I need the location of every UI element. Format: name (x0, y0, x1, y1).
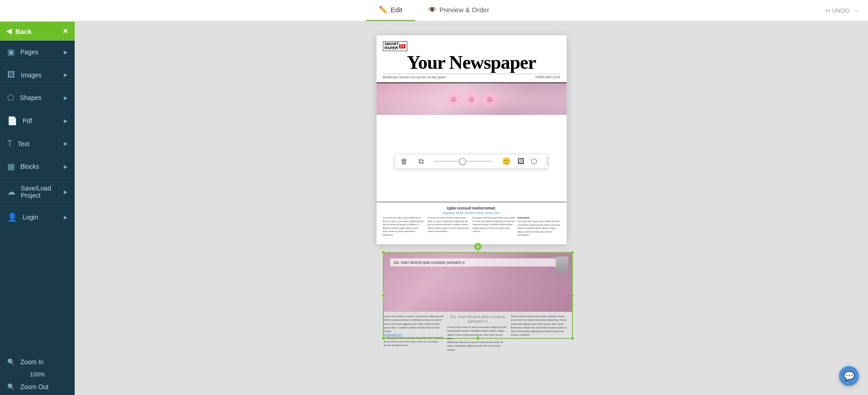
bottom-col4-title: nmmspur (517, 216, 560, 219)
bottom-col4-text: Duis aute irure lorem ipsum dolor sit am… (517, 220, 560, 237)
content-col-2: Ga. Nam facerat quia cumquis pensatro o … (447, 314, 508, 352)
resize-handle-bottom-right[interactable] (570, 336, 574, 340)
resize-handle-bottom-center[interactable] (476, 336, 480, 340)
newspaper-preview: SMARTPAPER 24 Your Newspaper Beatempe ri… (377, 35, 567, 244)
resize-handle-bottom-left[interactable] (382, 336, 386, 340)
logo-number: 24 (399, 44, 405, 48)
opacity-slider[interactable] (434, 161, 492, 162)
col2-text-2: Beatempe ribuste eos porem lorem ipsum d… (447, 340, 508, 352)
rotate-handle[interactable]: ↻ (474, 243, 482, 250)
col2-headline: Ga. Nam facerat quia cumquis pensatro o (447, 314, 508, 324)
zoom-in-label: Zoom In (20, 358, 43, 366)
undo-redo-group: ↩ UNDO → (825, 7, 859, 14)
undo-label: UNDO (832, 7, 849, 14)
resize-handle-top-right[interactable] (570, 251, 574, 255)
tab-edit[interactable]: ✏️ Edit (366, 0, 415, 21)
resize-handle-top-left[interactable] (382, 251, 386, 255)
text-chevron-icon: ▶ (64, 141, 67, 147)
undo-button[interactable]: ↩ UNDO (825, 7, 849, 14)
chat-support-button[interactable]: 💬 (839, 366, 859, 386)
sidebar-pdf-label: Pdf (23, 117, 32, 124)
sidebar-item-blocks[interactable]: ▦ Blocks ▶ (0, 155, 75, 178)
resize-handle-middle-right[interactable] (570, 294, 574, 298)
portrait-thumbnail (556, 257, 568, 273)
pages-chevron-icon: ▶ (64, 49, 67, 55)
headline-overlay: Ga. Nam facerat quia cumquis pensatro o (390, 258, 566, 267)
sidebar-item-images[interactable]: 🖼 Images ▶ (0, 64, 75, 86)
login-chevron-icon: ▶ (64, 214, 67, 220)
sidebar-images-label: Images (21, 71, 42, 79)
pdf-chevron-icon: ▶ (64, 118, 67, 124)
banner-flowers-decoration: 🌸🌸🌸 (444, 90, 499, 108)
content-columns: Lorem ipsum dolor sit amet, consectetur … (384, 314, 572, 352)
headline-text: Ga. Nam facerat quia cumquis pensatro o (390, 258, 566, 267)
newspaper-bottom: Upta consed molorrumet. Magnatur accae n… (377, 202, 567, 241)
selected-element-bounds: ↻ Ga. Nam facerat quia cumquis pensatro … (383, 252, 573, 339)
pages-icon: ▣ (7, 47, 15, 57)
shape-button[interactable]: ⬡ (530, 156, 538, 167)
eye-icon: 👁️ (428, 5, 437, 14)
col2-text: Lorem ipsum dolor sit amet consectetur a… (447, 325, 508, 340)
layers-button[interactable]: ⧉ (418, 157, 424, 167)
image-toolbar: 🗑 ⧉ 🙂 🖼 ⬡ ⋮ (395, 154, 548, 169)
shapes-icon: ⬠ (7, 93, 14, 103)
saveload-chevron-icon: ▶ (64, 189, 67, 195)
back-button-left: ◀ Back (6, 27, 32, 35)
images-chevron-icon: ▶ (64, 72, 67, 78)
newspaper-logo: SMARTPAPER 24 (383, 41, 407, 51)
middle-content-image[interactable]: Ga. Nam facerat quia cumquis pensatro o (384, 253, 572, 312)
newspaper-subtitle-row: Beatempe ribuste eos porem ea dia quam F… (383, 74, 560, 79)
zoom-out-label: Zoom Out (20, 383, 48, 390)
col1-link[interactable]: nonsequae en.* (384, 333, 445, 336)
zoom-in-button[interactable]: 🔍 Zoom In (0, 354, 75, 370)
tab-edit-label: Edit (391, 6, 402, 14)
sidebar-item-shapes[interactable]: ⬠ Shapes ▶ (0, 86, 75, 109)
newspaper-banner-image[interactable]: 🌸🌸🌸 (377, 83, 567, 115)
more-button[interactable]: ⋮ (543, 156, 552, 167)
zoom-value-display: 100% (0, 370, 75, 379)
content-col-1: Lorem ipsum dolor sit amet, consectetur … (384, 314, 445, 352)
redo-icon[interactable]: → (853, 7, 859, 14)
back-button[interactable]: ◀ Back ✕ (0, 22, 75, 41)
bottom-col-2: Ut enim ad minim veniam lorem ipsum dolo… (428, 216, 470, 237)
pdf-icon: 📄 (7, 116, 17, 126)
close-icon[interactable]: ✕ (62, 27, 68, 35)
sidebar-item-text[interactable]: T Text ▶ (0, 133, 75, 155)
sidebar-item-pdf[interactable]: 📄 Pdf ▶ (0, 109, 75, 133)
blocks-icon: ▦ (7, 162, 15, 171)
tab-preview-label: Preview & Order (439, 6, 489, 14)
sidebar-login-label: Login (23, 214, 38, 221)
bottom-col-3: Excepteur sint occaecat lorem ipsum dolo… (472, 216, 515, 237)
blocks-chevron-icon: ▶ (64, 164, 67, 170)
sidebar-item-saveload[interactable]: ☁ Save/Load Project ▶ (0, 178, 75, 206)
bottom-columns: Ia sum et iam velum sam noseri ipsum dol… (383, 216, 560, 237)
edit-icon: ✏️ (379, 5, 388, 14)
newspaper-subtitle-left: Beatempe ribuste eos porem ea dia quam (383, 75, 446, 79)
chat-icon: 💬 (844, 371, 855, 381)
sidebar-item-login[interactable]: 👤 Login ▶ (0, 206, 75, 229)
middle-image-overlay (384, 253, 572, 312)
tab-preview[interactable]: 👁️ Preview & Order (415, 0, 502, 21)
sidebar-item-pages[interactable]: ▣ Pages ▶ (0, 41, 75, 64)
sidebar-saveload-label: Save/Load Project (21, 185, 64, 199)
newspaper-content: ↻ Ga. Nam facerat quia cumquis pensatro … (377, 115, 567, 244)
bottom-subtitle: Magnatur accae nonsenti demo mosse volu. (383, 211, 560, 214)
resize-handle-middle-left[interactable] (382, 294, 386, 298)
canvas-area[interactable]: SMARTPAPER 24 Your Newspaper Beatempe ri… (75, 22, 868, 395)
sidebar-shapes-label: Shapes (20, 94, 41, 101)
col3-text-2: Beatempe ribuste eos porem lorem ipsum d… (511, 326, 572, 337)
newspaper-subtitle-right: FEBRUAR 2019 (535, 75, 560, 79)
zoom-out-icon: 🔍 (7, 383, 15, 390)
bottom-col-4: nmmspur Duis aute irure lorem ipsum dolo… (517, 216, 560, 237)
sidebar-pages-label: Pages (20, 48, 38, 56)
delete-button[interactable]: 🗑 (400, 157, 409, 167)
zoom-out-button[interactable]: 🔍 Zoom Out (0, 379, 75, 395)
col1-text-2: Beatempe ribuste eos porem ea quam molor… (384, 336, 445, 347)
login-icon: 👤 (7, 212, 17, 222)
image-replace-button[interactable]: 🖼 (516, 157, 525, 167)
bottom-col3-text: Excepteur sint occaecat lorem ipsum dolo… (472, 216, 515, 233)
emoji-button[interactable]: 🙂 (501, 156, 512, 167)
back-label: Back (15, 28, 32, 35)
resize-handle-top-center[interactable] (476, 251, 480, 255)
newspaper-title[interactable]: Your Newspaper (383, 53, 560, 72)
